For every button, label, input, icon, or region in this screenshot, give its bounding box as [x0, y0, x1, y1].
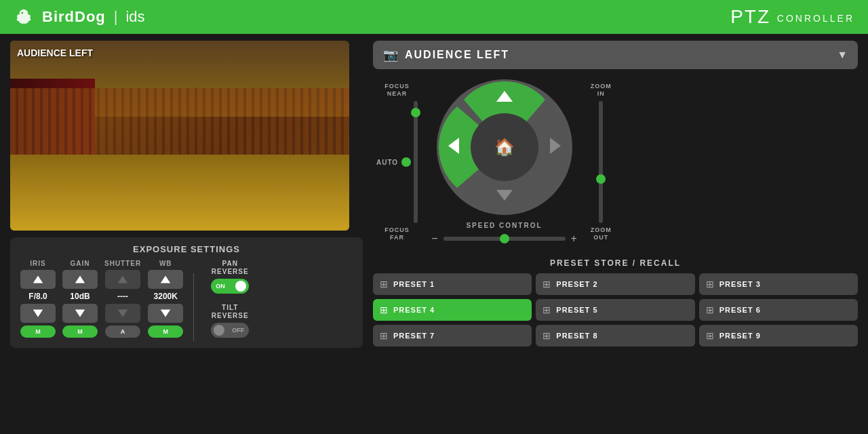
iris-down-button[interactable] [20, 304, 56, 323]
tilt-reverse-label: TILTREVERSE [212, 304, 249, 320]
speed-slider[interactable] [443, 237, 566, 241]
iris-group: IRIS F/8.0 M [20, 260, 56, 338]
gain-mode-button[interactable]: M [62, 326, 98, 338]
wb-value: 3200K [148, 292, 183, 301]
main-content: AUDIENCE LEFT EXPOSURE SETTINGS IRIS F/8… [0, 34, 868, 434]
preset-grid: ⊞ PRESET 1 ⊞ PRESET 2 ⊞ PRESET 3 ⊞ PRESE… [373, 273, 858, 347]
svg-marker-13 [550, 138, 561, 154]
focus-near-label: FOCUSNEAR [384, 83, 410, 98]
speed-slider-thumb [500, 234, 509, 243]
speed-label: SPEED CONTROL [466, 222, 542, 229]
shutter-label: SHUTTER [104, 260, 141, 267]
left-panel: AUDIENCE LEFT EXPOSURE SETTINGS IRIS F/8… [10, 41, 363, 427]
preview-label: AUDIENCE LEFT [17, 47, 93, 58]
speed-minus-label: − [431, 233, 437, 245]
wb-down-button[interactable] [148, 304, 183, 323]
speed-plus-label: + [571, 233, 577, 245]
auto-focus-dot [401, 157, 411, 167]
svg-marker-11 [496, 190, 513, 201]
preset-title: PRESET STORE / RECALL [373, 258, 858, 268]
preset-8-button[interactable]: ⊞ PRESET 8 [536, 325, 694, 347]
preset-8-label: PRESET 8 [556, 332, 597, 340]
auto-focus-label: AUTO [376, 159, 398, 166]
shutter-mode-button[interactable]: A [105, 326, 140, 338]
iris-value: F/8.0 [20, 292, 56, 301]
preset-9-label: PRESET 9 [719, 332, 761, 340]
gain-up-button[interactable] [62, 270, 98, 289]
preset-5-icon: ⊞ [542, 304, 551, 315]
ptz-left-button[interactable] [447, 136, 460, 158]
pan-reverse-group: PANREVERSE ON [211, 260, 249, 294]
preset-2-button[interactable]: ⊞ PRESET 2 [536, 273, 694, 295]
tilt-reverse-toggle[interactable]: OFF [211, 323, 249, 338]
ptz-up-button[interactable] [495, 90, 514, 106]
preset-4-icon: ⊞ [380, 304, 388, 315]
shutter-up-button[interactable] [105, 270, 140, 289]
svg-marker-8 [161, 310, 170, 317]
preset-2-icon: ⊞ [542, 279, 551, 290]
shutter-value: ---- [105, 292, 140, 301]
iris-up-button[interactable] [20, 270, 56, 289]
theater-seats [10, 88, 349, 164]
exposure-title: EXPOSURE SETTINGS [20, 244, 353, 254]
preset-section: PRESET STORE / RECALL ⊞ PRESET 1 ⊞ PRESE… [373, 258, 858, 347]
preset-8-icon: ⊞ [542, 330, 551, 341]
preset-4-button[interactable]: ⊞ PRESET 4 [373, 299, 532, 321]
pan-reverse-on-label: ON [216, 283, 225, 290]
shutter-group: SHUTTER ---- A [104, 260, 141, 338]
zoom-slider[interactable] [599, 101, 603, 223]
svg-marker-4 [75, 310, 85, 317]
home-button[interactable]: 🏠 [471, 113, 538, 181]
ptz-down-button[interactable] [495, 189, 514, 205]
ptz-controls: FOCUSNEAR AUTO FOCUSFAR [373, 76, 858, 248]
exposure-settings: EXPOSURE SETTINGS IRIS F/8.0 M GAIN [10, 237, 363, 348]
ptz-right-button[interactable] [549, 136, 562, 158]
focus-slider-container: FOCUSNEAR AUTO FOCUSFAR [376, 83, 418, 241]
zoom-slider-thumb [596, 174, 606, 184]
focus-slider[interactable] [414, 101, 418, 223]
header-left: BirdDog | ids [14, 7, 145, 27]
joystick-outer: 🏠 [437, 79, 572, 215]
iris-mode-button[interactable]: M [20, 326, 56, 338]
gain-label: GAIN [71, 260, 90, 267]
ptz-center: 🏠 SPEED CONTROL − + [431, 79, 577, 245]
pan-reverse-toggle[interactable]: ON [211, 279, 249, 294]
pan-tilt-reverse-section: PANREVERSE ON TILTREVERSE OFF [211, 260, 249, 338]
wb-group: WB 3200K M [148, 260, 183, 338]
gain-value: 10dB [62, 292, 98, 301]
title-ptz: PTZ [730, 6, 770, 27]
auto-focus-group: AUTO [376, 157, 411, 167]
shutter-down-button[interactable] [105, 304, 140, 323]
preset-7-icon: ⊞ [380, 330, 388, 341]
svg-marker-5 [118, 276, 127, 283]
svg-marker-12 [448, 138, 459, 154]
svg-marker-10 [496, 91, 513, 102]
preset-6-label: PRESET 6 [719, 306, 761, 314]
gain-down-button[interactable] [62, 304, 98, 323]
svg-marker-7 [161, 276, 170, 283]
joystick-container: 🏠 [437, 79, 572, 215]
camera-selector-icon: 📷 [383, 47, 398, 62]
wb-up-button[interactable] [148, 270, 183, 289]
preset-6-button[interactable]: ⊞ PRESET 6 [699, 299, 858, 321]
preset-6-icon: ⊞ [706, 304, 714, 315]
wb-mode-button[interactable]: M [148, 326, 183, 338]
preset-1-button[interactable]: ⊞ PRESET 1 [373, 273, 532, 295]
preset-9-button[interactable]: ⊞ PRESET 9 [699, 325, 858, 347]
svg-marker-1 [33, 276, 43, 283]
preset-5-button[interactable]: ⊞ PRESET 5 [536, 299, 694, 321]
svg-marker-6 [118, 310, 127, 317]
theater-background [10, 41, 349, 231]
preset-7-button[interactable]: ⊞ PRESET 7 [373, 325, 532, 347]
chevron-down-icon: ▼ [837, 49, 848, 61]
title-controller: CONROLLER [777, 13, 854, 24]
preset-1-label: PRESET 1 [393, 280, 435, 288]
camera-selector[interactable]: 📷 AUDIENCE LEFT ▼ [373, 41, 858, 69]
tilt-reverse-thumb [214, 325, 224, 336]
preset-2-label: PRESET 2 [556, 280, 597, 288]
speed-slider-row: − + [431, 233, 577, 245]
svg-marker-2 [33, 310, 43, 317]
preset-7-label: PRESET 7 [393, 332, 435, 340]
logo-ids: ids [125, 8, 144, 26]
preset-3-button[interactable]: ⊞ PRESET 3 [699, 273, 858, 295]
